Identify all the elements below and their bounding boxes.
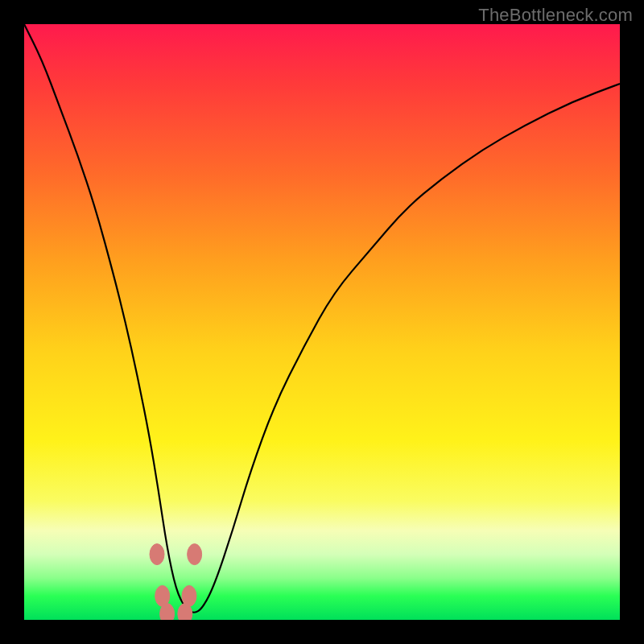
- curve-line: [24, 24, 620, 613]
- marker-blob: [188, 544, 202, 565]
- marker-blob: [160, 604, 175, 620]
- bottleneck-curve: [24, 24, 620, 620]
- watermark-text: TheBottleneck.com: [478, 5, 633, 26]
- marker-blob: [178, 604, 192, 620]
- marker-blob: [150, 544, 164, 565]
- plot-area: [24, 24, 620, 620]
- chart-frame: TheBottleneck.com: [0, 0, 644, 644]
- curve-markers: [150, 544, 202, 620]
